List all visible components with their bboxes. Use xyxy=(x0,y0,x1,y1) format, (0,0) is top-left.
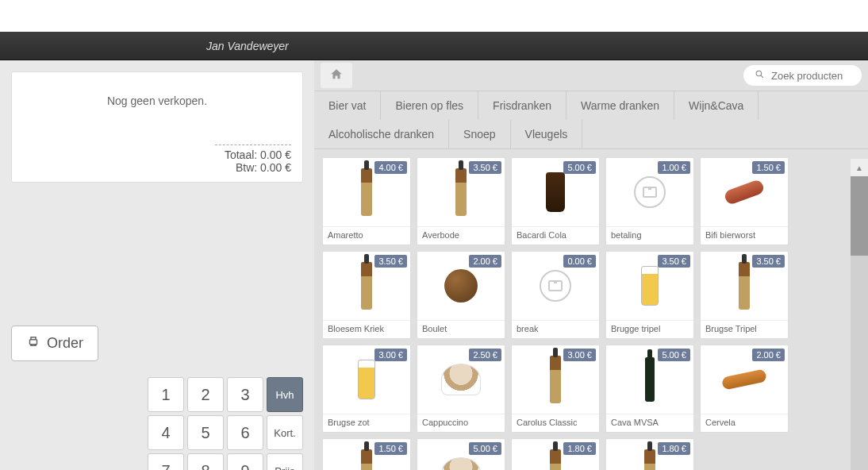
category-tab[interactable]: Bieren op fles xyxy=(381,91,478,120)
product-price: 2.00 € xyxy=(469,255,501,268)
product-name: Averbode xyxy=(417,226,505,245)
product-price: 1.50 € xyxy=(374,442,407,455)
product-name: betaling xyxy=(606,226,693,245)
mode-qty-button[interactable]: Hvh xyxy=(267,377,303,412)
product-card[interactable]: 5.00 €Cava MVSA xyxy=(605,345,694,433)
tax-value: 0.00 € xyxy=(260,161,291,174)
product-name: Amaretto xyxy=(323,226,410,245)
product-card[interactable]: 3.50 €Brugse Tripel xyxy=(700,251,789,339)
main-layout: Nog geen verkopen. Totaal: 0.00 € Btw: 0… xyxy=(0,60,868,470)
category-tab[interactable]: Frisdranken xyxy=(478,91,567,120)
product-price: 3.00 € xyxy=(563,349,596,361)
home-icon xyxy=(329,67,344,84)
product-card[interactable]: 3.50 €Averbode xyxy=(417,157,505,245)
tax-row: Btw: 0.00 € xyxy=(215,161,291,174)
svg-rect-0 xyxy=(30,340,37,345)
user-name: Jan Vandeweyer xyxy=(206,40,289,52)
search-input[interactable] xyxy=(771,70,851,82)
key-8[interactable]: 8 xyxy=(187,453,224,470)
product-card[interactable]: 1.80 € xyxy=(511,438,600,470)
product-card[interactable]: 5.00 € xyxy=(417,438,505,470)
product-card[interactable]: 1.00 €betaling xyxy=(605,157,694,245)
product-name: Brugse Tripel xyxy=(701,320,788,338)
search-box[interactable] xyxy=(743,65,862,86)
product-name: Carolus Classic xyxy=(512,414,599,432)
key-1[interactable]: 1 xyxy=(148,377,184,412)
order-button-label: Order xyxy=(47,335,83,352)
mode-discount-button[interactable]: Kort. xyxy=(267,415,303,450)
product-price: 3.50 € xyxy=(374,255,407,268)
mode-price-button[interactable]: Prijs xyxy=(267,453,303,470)
key-6[interactable]: 6 xyxy=(227,415,263,450)
category-tab[interactable]: Vleugels xyxy=(511,120,583,148)
product-name: break xyxy=(512,320,599,338)
key-4[interactable]: 4 xyxy=(148,415,184,450)
scrollbar[interactable]: ▲ xyxy=(851,159,868,470)
product-card[interactable]: 3.00 €Carolus Classic xyxy=(511,345,600,433)
right-column: Bier vatBieren op flesFrisdrankenWarme d… xyxy=(314,60,868,470)
product-card[interactable]: 3.50 €Brugge tripel xyxy=(605,251,694,339)
product-card[interactable]: 5.00 €Bacardi Cola xyxy=(511,157,600,245)
product-card[interactable]: 4.00 €Amaretto xyxy=(322,157,411,245)
product-card[interactable]: 2.50 €Cappuccino xyxy=(417,345,505,433)
product-name: Boulet xyxy=(417,320,505,338)
product-name: Bacardi Cola xyxy=(512,226,599,245)
total-label: Totaal: xyxy=(225,148,257,161)
scroll-thumb[interactable] xyxy=(851,176,868,256)
key-3[interactable]: 3 xyxy=(227,377,263,412)
product-name: Bloesem Kriek xyxy=(323,320,410,338)
top-spacer xyxy=(0,0,868,32)
product-card[interactable]: 2.00 €Boulet xyxy=(417,251,505,339)
category-tab[interactable]: Bier vat xyxy=(314,91,381,120)
empty-ticket-message: Nog geen verkopen. xyxy=(20,80,294,139)
search-icon xyxy=(755,69,765,82)
product-name: Cava MVSA xyxy=(606,414,693,432)
category-tabs: Bier vatBieren op flesFrisdrankenWarme d… xyxy=(314,91,868,149)
right-top-bar xyxy=(314,60,868,91)
product-price: 1.00 € xyxy=(658,161,690,174)
product-price: 4.00 € xyxy=(374,161,407,174)
order-button[interactable]: Order xyxy=(11,326,98,361)
key-5[interactable]: 5 xyxy=(187,415,224,450)
ticket-totals: Totaal: 0.00 € Btw: 0.00 € xyxy=(215,144,291,174)
product-name: Brugge tripel xyxy=(606,320,693,338)
product-name: Brugse zot xyxy=(323,414,410,432)
product-card[interactable]: 3.00 €Brugse zot xyxy=(322,345,411,433)
product-price: 1.50 € xyxy=(752,161,785,174)
product-name: Cervela xyxy=(701,414,788,432)
product-price: 3.50 € xyxy=(658,255,690,268)
product-card[interactable]: 1.50 € xyxy=(322,438,411,470)
category-tab[interactable]: Snoep xyxy=(449,120,510,148)
product-card[interactable]: 3.50 €Bloesem Kriek xyxy=(322,251,411,339)
product-price: 1.80 € xyxy=(563,442,596,455)
product-price: 1.80 € xyxy=(658,442,690,455)
product-price: 5.00 € xyxy=(469,442,501,455)
product-price: 5.00 € xyxy=(658,349,690,361)
product-price: 2.00 € xyxy=(752,349,785,361)
scroll-up-button[interactable]: ▲ xyxy=(851,159,868,176)
home-button[interactable] xyxy=(321,63,352,88)
product-price: 0.00 € xyxy=(563,255,596,268)
key-2[interactable]: 2 xyxy=(187,377,224,412)
product-price: 3.50 € xyxy=(752,255,785,268)
product-price: 2.50 € xyxy=(469,349,501,361)
key-7[interactable]: 7 xyxy=(148,453,184,470)
category-tab[interactable]: Alcoholische dranken xyxy=(314,120,449,148)
category-tab[interactable]: Warme dranken xyxy=(567,91,674,120)
product-name: Bifi bierworst xyxy=(701,226,788,245)
product-price: 5.00 € xyxy=(563,161,596,174)
product-card[interactable]: 2.00 €Cervela xyxy=(700,345,789,433)
product-card[interactable]: 0.00 €break xyxy=(511,251,600,339)
total-row: Totaal: 0.00 € xyxy=(215,148,291,161)
total-value: 0.00 € xyxy=(260,148,291,161)
product-card[interactable]: 1.50 €Bifi bierworst xyxy=(700,157,789,245)
key-9[interactable]: 9 xyxy=(227,453,263,470)
product-grid: 4.00 €Amaretto3.50 €Averbode5.00 €Bacard… xyxy=(314,149,868,470)
product-price: 3.00 € xyxy=(374,349,407,361)
category-tab[interactable]: Wijn&Cava xyxy=(674,91,759,120)
ticket-panel: Nog geen verkopen. Totaal: 0.00 € Btw: 0… xyxy=(11,71,303,183)
tax-label: Btw: xyxy=(236,161,257,174)
header-bar: Jan Vandeweyer xyxy=(0,32,868,60)
svg-point-1 xyxy=(756,71,762,76)
product-card[interactable]: 1.80 € xyxy=(605,438,694,470)
